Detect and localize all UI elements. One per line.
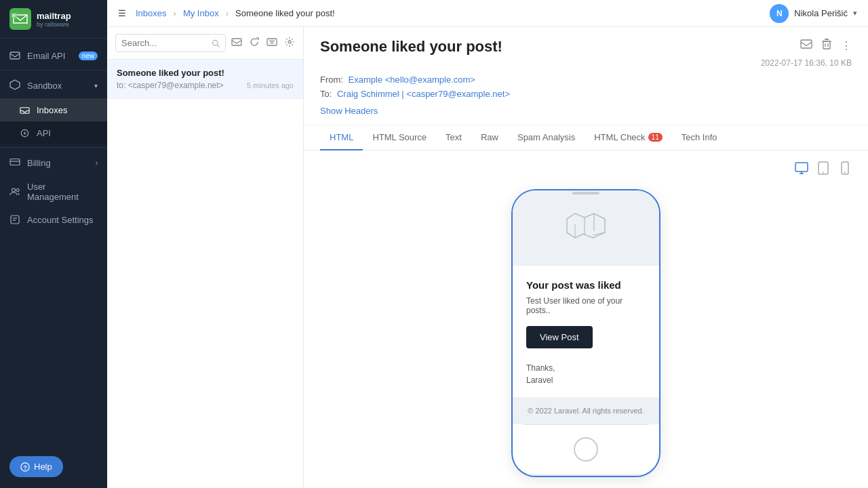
email-from-row: From: Example <hello@example.com>	[320, 73, 852, 87]
sidebar-item-inboxes[interactable]: Inboxes	[0, 98, 107, 121]
post-liked-title: Your post was liked	[526, 279, 646, 291]
tab-text[interactable]: Text	[436, 125, 471, 150]
breadcrumb-sep1: ›	[174, 8, 176, 18]
search-box[interactable]	[115, 34, 226, 52]
sandbox-chevron: ▾	[94, 82, 98, 89]
tablet-view-icon[interactable]	[816, 161, 830, 178]
compose-icon[interactable]	[231, 37, 242, 49]
email-to: to: <casper79@example.net>	[117, 81, 224, 90]
mailtrap-logo-icon	[9, 8, 31, 30]
email-title-row: Someone liked your post! ⋮ 2022-07-17 16…	[320, 38, 852, 68]
svg-rect-1	[12, 13, 17, 18]
email-body-content: Your post was liked Test User liked one …	[513, 266, 659, 397]
sidebar-item-user-management[interactable]: User Management	[0, 176, 107, 208]
svg-rect-2	[10, 52, 20, 59]
user-menu-chevron[interactable]: ▾	[853, 9, 857, 18]
phone-speaker	[572, 192, 599, 195]
svg-marker-3	[10, 80, 20, 89]
svg-rect-0	[9, 8, 31, 30]
email-timestamp: 2022-07-17 16:36, 10 KB	[761, 58, 852, 68]
menu-toggle-icon[interactable]: ☰	[118, 8, 126, 18]
sidebar-bottom: ? Help	[0, 445, 107, 488]
main-area: ☰ Inboxes › My Inbox › Someone liked you…	[107, 0, 868, 488]
mobile-view-icon[interactable]	[838, 161, 852, 178]
inboxes-icon	[19, 104, 30, 115]
phone-top	[513, 190, 659, 196]
search-input[interactable]	[121, 38, 208, 48]
desktop-view-icon[interactable]	[795, 161, 808, 178]
user-mgmt-icon	[9, 186, 20, 197]
account-settings-icon	[9, 214, 20, 225]
topbar: ☰ Inboxes › My Inbox › Someone liked you…	[107, 0, 868, 27]
tab-raw[interactable]: Raw	[471, 125, 508, 150]
email-subject: Someone liked your post!	[117, 68, 294, 78]
logo-text: mailtrap	[37, 11, 71, 21]
svg-rect-26	[795, 163, 808, 171]
svg-rect-21	[823, 41, 830, 49]
svg-line-16	[217, 45, 219, 47]
tab-html-source[interactable]: HTML Source	[363, 125, 436, 150]
sidebar: mailtrap by railsware Email API new Sand…	[0, 0, 107, 488]
email-list: Someone liked your post! to: <casper79@e…	[107, 27, 304, 488]
new-badge: new	[79, 52, 98, 60]
sandbox-icon	[9, 79, 20, 92]
email-thanks: Thanks, Laravel	[526, 362, 646, 386]
delete-icon[interactable]	[821, 38, 833, 53]
tab-tech-info[interactable]: Tech Info	[672, 125, 727, 150]
sidebar-nav: Email API new Sandbox ▾ Inboxes	[0, 39, 107, 237]
forward-icon[interactable]	[800, 38, 812, 53]
sidebar-item-label: Account Settings	[27, 215, 94, 225]
to-value: Craig Schimmel | <casper79@example.net>	[337, 89, 510, 99]
sidebar-divider2	[0, 147, 107, 148]
view-post-button[interactable]: View Post	[526, 326, 593, 348]
more-options-icon[interactable]: ⋮	[841, 39, 852, 52]
email-meta: to: <casper79@example.net> 5 minutes ago	[117, 81, 294, 90]
tab-html-check[interactable]: HTML Check 11	[585, 125, 672, 150]
phone-bottom-bar	[513, 474, 659, 477]
email-body: Your post was liked Test User liked one …	[304, 150, 868, 488]
email-content-inner: Your post was liked Test User liked one …	[513, 196, 659, 474]
sidebar-item-billing[interactable]: Billing ›	[0, 150, 107, 176]
sidebar-divider	[0, 70, 107, 70]
email-header-right: ⋮ 2022-07-17 16:36, 10 KB	[761, 38, 852, 68]
avatar: N	[770, 4, 789, 23]
laravel-logo	[566, 212, 606, 249]
sidebar-item-sandbox[interactable]: Sandbox ▾	[0, 73, 107, 98]
email-list-toolbar	[107, 27, 303, 60]
email-tabs: HTML HTML Source Text Raw Spam Analysis …	[304, 125, 868, 150]
sidebar-item-label: Email API	[27, 51, 65, 61]
sandbox-label: Sandbox	[27, 81, 62, 91]
breadcrumb-my-inbox[interactable]: My Inbox	[183, 8, 219, 18]
logo-sub: by railsware	[37, 21, 71, 28]
sidebar-item-email-api[interactable]: Email API new	[0, 44, 107, 67]
sidebar-item-api[interactable]: API	[0, 121, 107, 144]
filter-icon[interactable]	[267, 37, 277, 49]
phone-frame: Your post was liked Test User liked one …	[511, 189, 660, 477]
email-actions: ⋮	[800, 38, 852, 53]
svg-point-15	[212, 40, 218, 45]
breadcrumb-sep2: ›	[226, 8, 229, 18]
show-headers-link[interactable]: Show Headers	[320, 106, 378, 116]
sidebar-item-account-settings[interactable]: Account Settings	[0, 208, 107, 231]
phone-home-area	[513, 425, 659, 474]
billing-icon	[9, 157, 20, 169]
svg-text:?: ?	[23, 464, 26, 470]
breadcrumb-inboxes[interactable]: Inboxes	[136, 8, 167, 18]
to-label: To:	[320, 89, 332, 99]
tab-html[interactable]: HTML	[320, 125, 363, 150]
email-api-icon	[9, 50, 20, 61]
email-list-item[interactable]: Someone liked your post! to: <casper79@e…	[107, 60, 303, 99]
refresh-icon[interactable]	[249, 37, 260, 49]
sidebar-item-label: User Management	[27, 182, 98, 202]
view-controls	[795, 161, 852, 178]
api-icon	[19, 127, 30, 138]
settings-icon[interactable]	[284, 37, 295, 49]
tab-spam-analysis[interactable]: Spam Analysis	[508, 125, 585, 150]
svg-rect-10	[11, 216, 19, 224]
email-view: Someone liked your post! ⋮ 2022-07-17 16…	[304, 27, 868, 488]
help-button[interactable]: ? Help	[9, 456, 63, 477]
svg-point-30	[823, 171, 824, 173]
topbar-right: N Nikola Perišić ▾	[770, 4, 857, 23]
billing-label: Billing	[27, 158, 51, 168]
email-title: Someone liked your post!	[320, 38, 502, 56]
